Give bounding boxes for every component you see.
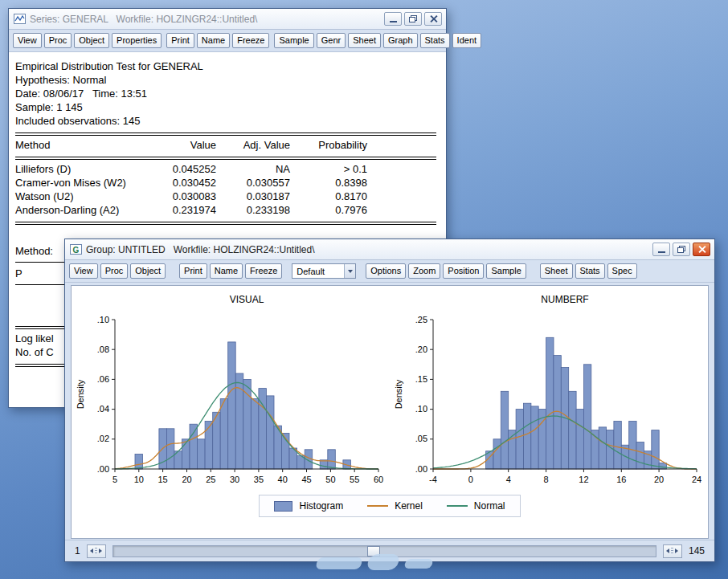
visual-plot: VISUALDensity.00.02.04.06.08.10510152025… — [73, 289, 388, 491]
y-axis-label: Density — [394, 379, 403, 409]
toolbar-button-print[interactable]: Print — [179, 263, 207, 279]
series-window-controls — [384, 12, 442, 26]
view-type-value: Default — [297, 267, 325, 276]
stat-method-cell: Lilliefors (D) — [15, 162, 168, 176]
histogram-bar — [251, 399, 259, 469]
toolbar-button-object[interactable]: Object — [130, 263, 166, 279]
close-button[interactable] — [693, 243, 710, 256]
stat-value-cell: 0.030557 — [216, 176, 290, 190]
x-tick-label: 35 — [254, 475, 264, 484]
toolbar-button-name[interactable]: Name — [210, 263, 243, 279]
group-window-title: Group: UNTITLED Workfile: HOLZINGR24::Un… — [86, 244, 648, 255]
arrow-right-icon — [99, 548, 102, 553]
x-tick-label: 8 — [544, 475, 549, 484]
stat-method-cell: Anderson-Darling (A2) — [15, 203, 168, 217]
x-tick-label: 24 — [692, 475, 701, 484]
minimize-button[interactable] — [384, 12, 402, 26]
stat-value-cell: 0.7976 — [290, 203, 367, 217]
stat-value-cell: 0.8170 — [290, 190, 367, 203]
histogram-bar — [328, 450, 336, 469]
series-window-title: Series: GENERAL Workfile: HOLZINGR24::Un… — [30, 14, 380, 25]
histogram-bar — [652, 430, 659, 469]
toolbar-button-spec[interactable]: Spec — [607, 263, 637, 279]
toolbar-button-sample[interactable]: Sample — [486, 263, 526, 279]
table-rule — [15, 222, 436, 225]
x-tick-label: 4 — [506, 475, 511, 484]
toolbar-button-stats[interactable]: Stats — [420, 33, 450, 48]
legend-swatch-kernel — [367, 505, 388, 507]
series-icon — [13, 14, 26, 25]
toolbar-button-properties[interactable]: Properties — [112, 33, 162, 48]
toolbar-button-ident[interactable]: Ident — [452, 33, 481, 48]
stat-value-cell: 0.231974 — [168, 203, 216, 217]
stat-table-body: Lilliefors (D)0.045252NA> 0.1Cramer-von … — [15, 162, 440, 217]
close-icon — [430, 15, 437, 22]
histogram-bar — [636, 442, 644, 470]
y-tick-label: .04 — [97, 404, 109, 414]
group-titlebar[interactable]: G Group: UNTITLED Workfile: HOLZINGR24::… — [65, 239, 714, 260]
watermark-shape — [315, 557, 363, 569]
toolbar-button-graph[interactable]: Graph — [383, 33, 418, 48]
table-rule — [15, 157, 436, 160]
restore-button[interactable] — [673, 243, 690, 256]
legend-swatch-histogram — [274, 501, 292, 512]
group-window-controls — [652, 243, 710, 256]
toolbar-button-position[interactable]: Position — [443, 263, 484, 279]
histogram-bar — [198, 439, 206, 469]
left-scroll-splitter[interactable] — [87, 544, 106, 558]
stat-table-row: Anderson-Darling (A2)0.2319740.2331980.7… — [15, 203, 436, 217]
view-type-dropdown[interactable]: Default — [292, 263, 356, 279]
toolbar-button-options[interactable]: Options — [366, 263, 406, 279]
visual-histogram-chart: VISUALDensity.00.02.04.06.08.10510152025… — [72, 289, 390, 491]
output-title: Empirical Distribution Test for GENERAL — [15, 59, 440, 73]
series-titlebar[interactable]: Series: GENERAL Workfile: HOLZINGR24::Un… — [9, 9, 446, 30]
toolbar-button-sheet[interactable]: Sheet — [348, 33, 381, 48]
group-toolbar-left: ViewProcObjectPrintNameFreeze — [69, 263, 282, 279]
x-tick-label: 40 — [278, 475, 288, 484]
toolbar-button-view[interactable]: View — [69, 263, 98, 279]
toolbar-button-object[interactable]: Object — [74, 33, 109, 48]
minimize-button[interactable] — [652, 243, 670, 256]
histogram-bar — [190, 424, 198, 469]
toolbar-button-stats[interactable]: Stats — [575, 263, 605, 279]
stat-value-cell: 0.233198 — [216, 203, 290, 217]
legend-label: Normal — [474, 500, 505, 512]
toolbar-button-sample[interactable]: Sample — [274, 33, 313, 48]
desktop: Series: GENERAL Workfile: HOLZINGR24::Un… — [0, 0, 728, 579]
histogram-bar — [243, 379, 252, 469]
close-button[interactable] — [424, 12, 442, 26]
right-scroll-splitter[interactable] — [663, 544, 682, 558]
x-tick-label: 10 — [134, 475, 144, 484]
toolbar-button-freeze[interactable]: Freeze — [245, 263, 282, 279]
y-tick-label: .00 — [415, 464, 427, 474]
histogram-bar — [629, 422, 636, 470]
legend-swatch-normal — [447, 505, 468, 507]
minimize-icon — [658, 251, 665, 253]
x-tick-label: 25 — [206, 475, 215, 484]
toolbar-button-name[interactable]: Name — [197, 33, 230, 48]
toolbar-button-zoom[interactable]: Zoom — [408, 263, 440, 279]
chart-title: VISUAL — [230, 294, 264, 305]
y-tick-label: .00 — [97, 464, 109, 474]
toolbar-button-freeze[interactable]: Freeze — [232, 33, 269, 48]
histogram-bar — [659, 463, 666, 469]
toolbar-button-print[interactable]: Print — [166, 33, 194, 48]
y-tick-label: .06 — [97, 374, 109, 384]
stat-value-cell: 0.8398 — [290, 176, 367, 190]
x-tick-label: 30 — [230, 475, 239, 484]
toolbar-button-sheet[interactable]: Sheet — [540, 263, 573, 279]
legend-item-normal: Normal — [447, 500, 505, 512]
toolbar-button-genr[interactable]: Genr — [317, 33, 346, 48]
x-tick-label: 45 — [301, 475, 311, 484]
output-observations: Included observations: 145 — [15, 114, 440, 128]
restore-button[interactable] — [404, 12, 422, 26]
x-tick-label: 20 — [654, 475, 664, 484]
toolbar-button-proc[interactable]: Proc — [100, 263, 129, 279]
toolbar-button-view[interactable]: View — [13, 33, 42, 48]
histogram-bar — [614, 422, 621, 470]
x-tick-label: 60 — [374, 475, 383, 484]
x-tick-label: 15 — [157, 475, 167, 484]
toolbar-button-proc[interactable]: Proc — [44, 33, 72, 48]
y-tick-label: .02 — [97, 434, 109, 443]
arrow-left-icon — [90, 548, 93, 553]
